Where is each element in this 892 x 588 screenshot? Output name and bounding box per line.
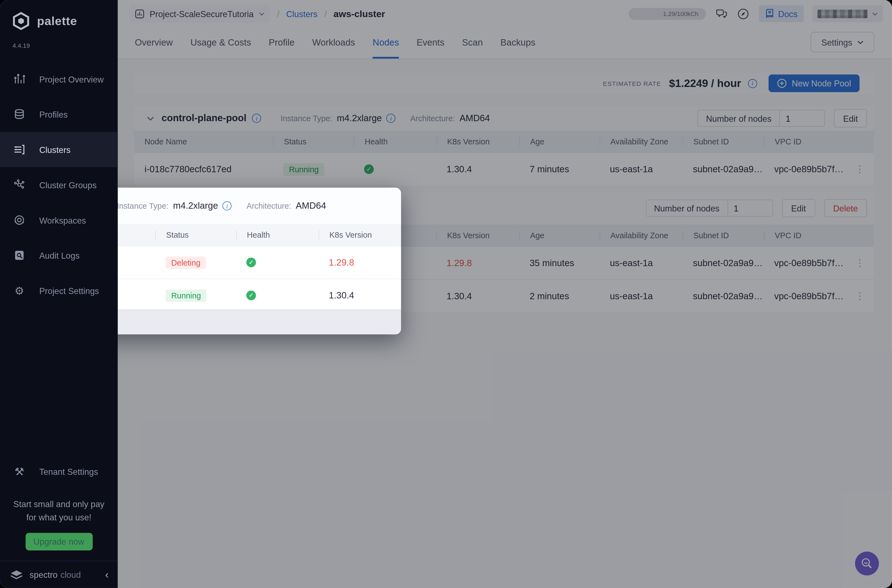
architecture-label: Architecture: [246,201,291,210]
status-cell: Deleting [155,256,236,268]
status-badge: Running [165,289,207,302]
info-icon[interactable]: i [222,201,232,210]
sidebar-item-label: Cluster Groups [39,180,97,190]
health-check-icon: ✓ [246,258,256,267]
collapse-sidebar-icon[interactable]: ‹ [105,569,108,580]
upgrade-promo-text: Start small and only pay for what you us… [6,497,112,524]
chart-icon [13,73,26,85]
sidebar-item-label: Project Settings [39,286,99,296]
column-status: Status [155,230,236,239]
sidebar: palette 4.4.19 Project Overview Profiles [0,0,118,588]
app-version: 4.4.19 [0,31,118,49]
sidebar-item-cluster-groups[interactable]: Cluster Groups [0,167,118,202]
app-window: palette 4.4.19 Project Overview Profiles [0,0,892,588]
clusters-icon [13,143,26,156]
orbit-icon [13,214,26,226]
column-k8s-version: K8s Version [319,230,401,239]
status-cell: Running [155,289,236,302]
upgrade-now-button[interactable]: Upgrade now [26,533,93,550]
health-check-icon: ✓ [246,291,256,300]
gear-icon: ⚙ [13,284,26,297]
sidebar-item-audit-logs[interactable]: Audit Logs [0,238,118,273]
sidebar-bottom: ⚒ Tenant Settings Start small and only p… [0,454,118,588]
sidebar-footer: spectro cloud ‹ [0,561,118,588]
brand-primary: spectro [30,570,57,579]
sidebar-item-label: Tenant Settings [39,467,98,477]
audit-log-icon [13,249,26,261]
sidebar-item-clusters[interactable]: Clusters [0,132,118,167]
spectro-cloud-logo-icon [9,568,24,581]
sidebar-item-label: Profiles [39,110,68,119]
health-cell: ✓ [236,258,319,267]
sidebar-item-project-overview[interactable]: Project Overview [0,61,118,97]
app-name: palette [37,14,77,28]
status-badge: Deleting [165,256,206,268]
column-health: Health [236,230,319,239]
instance-type-label: Instance Type: [117,201,168,210]
brand-secondary: cloud [60,570,81,579]
k8s-version: 1.30.4 [319,290,401,301]
sidebar-item-workspaces[interactable]: Workspaces [0,202,118,238]
sidebar-item-project-settings[interactable]: ⚙ Project Settings [0,273,118,308]
brand-logo: palette [0,0,118,31]
sidebar-nav: Project Overview Profiles Clusters [0,61,118,308]
sidebar-item-label: Workspaces [39,215,86,225]
desktop-background: palette 4.4.19 Project Overview Profiles [0,0,892,588]
layers-icon [13,108,26,120]
health-cell: ✓ [236,291,319,300]
k8s-version: 1.29.8 [319,257,401,267]
sidebar-item-tenant-settings[interactable]: ⚒ Tenant Settings [0,454,118,489]
network-icon [13,178,26,191]
tools-icon: ⚒ [13,465,26,478]
sidebar-item-label: Audit Logs [39,250,80,260]
architecture-value: AMD64 [296,201,326,211]
sidebar-item-profiles[interactable]: Profiles [0,97,118,132]
instance-type-value: m4.2xlarge [173,201,218,211]
palette-logo-icon [11,11,31,31]
sidebar-item-label: Project Overview [39,74,104,84]
sidebar-item-label: Clusters [39,145,71,154]
